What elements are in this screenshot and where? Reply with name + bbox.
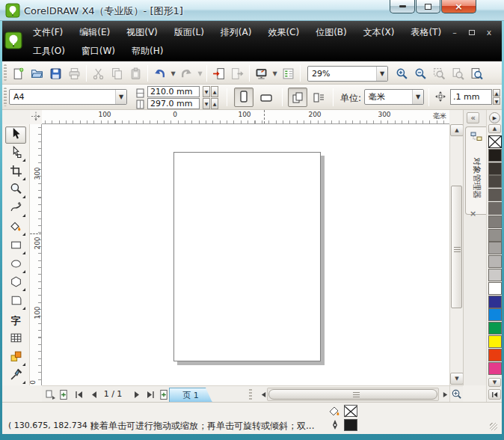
color-swatch[interactable]: [488, 189, 502, 201]
add-page-button[interactable]: [57, 388, 70, 401]
last-page-button[interactable]: [144, 388, 157, 401]
color-swatch-none[interactable]: [488, 135, 502, 148]
nudge-spinner[interactable]: ▲ ▼: [493, 89, 500, 105]
color-swatch[interactable]: [488, 308, 502, 321]
color-swatch[interactable]: [488, 229, 502, 242]
welcome-screen-button[interactable]: [279, 64, 298, 83]
paper-width-spinner[interactable]: ▼▲: [202, 86, 218, 97]
paper-height-spinner[interactable]: ▼▲: [202, 98, 218, 109]
nudge-offset-input[interactable]: [450, 89, 492, 105]
menu-item-7[interactable]: 文本(X): [355, 24, 403, 41]
menu-item-1[interactable]: 编辑(E): [71, 24, 118, 41]
next-page-button[interactable]: [130, 388, 144, 401]
color-swatch[interactable]: [488, 349, 502, 361]
redo-dropdown-arrow[interactable]: ▼: [196, 70, 204, 77]
menu-item-2[interactable]: 视图(V): [118, 24, 166, 41]
undo-button[interactable]: [150, 64, 169, 83]
import-button[interactable]: [209, 64, 228, 83]
toolbar-drag-handle[interactable]: [4, 64, 7, 81]
docker-close-button[interactable]: ×: [470, 209, 476, 219]
color-swatch[interactable]: [488, 322, 502, 334]
chevron-down-icon[interactable]: ▼: [412, 90, 423, 104]
document-minimize-button[interactable]: –: [449, 28, 460, 37]
window-resize-grip[interactable]: [490, 423, 497, 430]
paper-type-combobox[interactable]: A4 ▼: [9, 89, 127, 105]
chevron-down-icon[interactable]: ▼: [376, 67, 387, 81]
property-bar-drag-handle[interactable]: [4, 88, 7, 106]
outline-color-swatch[interactable]: [344, 419, 357, 431]
restore-button[interactable]: [416, 0, 440, 13]
fill-color-swatch[interactable]: [344, 405, 357, 417]
color-swatch[interactable]: [488, 362, 502, 375]
menu-item-4[interactable]: 排列(A): [212, 24, 260, 41]
scrollbar-drag-handle[interactable]: [249, 389, 252, 400]
application-launcher-button[interactable]: [252, 64, 271, 83]
landscape-orientation-button[interactable]: [256, 88, 276, 107]
eyedropper-tool[interactable]: [5, 367, 26, 385]
drawing-page[interactable]: [173, 152, 321, 361]
color-swatch[interactable]: [488, 242, 502, 254]
add-page-button[interactable]: [157, 388, 170, 401]
vertical-scrollbar[interactable]: ▲ ▼: [449, 124, 463, 385]
freehand-tool[interactable]: [5, 201, 26, 218]
pick-tool[interactable]: [5, 126, 26, 144]
undo-dropdown-arrow[interactable]: ▼: [169, 70, 177, 77]
menu-item-5[interactable]: 效果(C): [259, 24, 307, 41]
spin-down-icon[interactable]: ▼: [203, 98, 210, 109]
basic-shapes-tool[interactable]: [5, 293, 26, 311]
page-tab[interactable]: 页 1: [169, 388, 212, 403]
save-button[interactable]: [46, 64, 65, 83]
palette-scroll-down-button[interactable]: ▼: [488, 378, 501, 387]
docker-collapse-button[interactable]: «: [467, 112, 479, 123]
units-combobox[interactable]: 毫米 ▼: [364, 89, 424, 105]
table-tool[interactable]: [5, 331, 26, 348]
color-swatch[interactable]: [488, 282, 502, 295]
menu-item-0[interactable]: 工具(O): [25, 43, 73, 60]
menu-item-6[interactable]: 位图(B): [307, 24, 355, 41]
rectangle-tool[interactable]: [5, 238, 26, 255]
new-document-button[interactable]: [9, 64, 28, 83]
smart-fill-tool[interactable]: [5, 219, 26, 236]
open-button[interactable]: [28, 64, 46, 83]
first-page-button[interactable]: [72, 388, 85, 401]
text-tool[interactable]: 字: [5, 312, 26, 329]
palette-scroll-up-button[interactable]: ▲: [488, 124, 501, 133]
scroll-up-button[interactable]: ▲: [450, 124, 464, 136]
page-options-icon[interactable]: [43, 388, 57, 401]
docker-tab-object-manager[interactable]: 对象管理器: [465, 126, 487, 215]
horizontal-scroll-thumb[interactable]: [268, 389, 437, 400]
crop-tool[interactable]: [5, 164, 26, 181]
paper-height-input[interactable]: [147, 98, 200, 109]
color-swatch[interactable]: [488, 175, 502, 188]
spin-down-icon[interactable]: ▼: [493, 97, 500, 105]
zoom-out-button[interactable]: [411, 64, 430, 83]
color-swatch[interactable]: [488, 335, 502, 348]
scroll-right-button[interactable]: [440, 388, 450, 401]
palette-flyout-button[interactable]: ▶: [489, 112, 500, 123]
portrait-orientation-button[interactable]: [234, 88, 253, 107]
color-swatch[interactable]: [488, 202, 502, 215]
color-swatch[interactable]: [488, 149, 502, 162]
interactive-blend-tool[interactable]: [5, 349, 26, 367]
current-page-layout-button[interactable]: [309, 88, 328, 107]
paper-width-input[interactable]: [147, 86, 200, 97]
polygon-tool[interactable]: [5, 275, 26, 292]
ruler-origin[interactable]: [30, 110, 42, 124]
palette-expand-button[interactable]: [488, 389, 501, 400]
vertical-scroll-thumb[interactable]: [451, 186, 462, 308]
menu-item-1[interactable]: 窗口(W): [73, 43, 123, 60]
vertical-ruler[interactable]: 3002001000: [30, 124, 42, 385]
chevron-down-icon[interactable]: ▼: [115, 90, 126, 104]
spin-up-icon[interactable]: ▲: [211, 98, 218, 109]
color-swatch[interactable]: [488, 296, 502, 308]
all-pages-layout-button[interactable]: [288, 88, 307, 107]
zoom-to-page-button[interactable]: [467, 64, 486, 83]
document-restore-button[interactable]: [467, 28, 477, 37]
horizontal-scrollbar[interactable]: [267, 388, 439, 401]
scroll-down-button[interactable]: ▼: [450, 373, 464, 385]
spin-up-icon[interactable]: ▲: [211, 86, 218, 97]
document-close-button[interactable]: x: [484, 28, 494, 37]
spin-up-icon[interactable]: ▲: [493, 89, 500, 97]
zoom-tool[interactable]: [5, 182, 26, 199]
drawing-canvas[interactable]: [42, 124, 449, 385]
